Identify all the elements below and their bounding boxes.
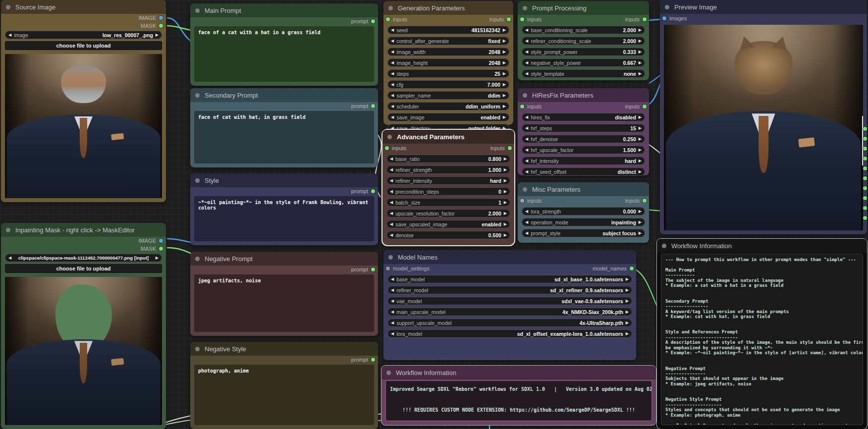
widget-batch_size[interactable]: ◀batch_size1▶ [386, 198, 510, 207]
decrement-arrow-icon[interactable]: ◀ [525, 61, 528, 65]
decrement-arrow-icon[interactable]: ◀ [390, 233, 393, 237]
increment-arrow-icon[interactable]: ▶ [503, 94, 506, 98]
decrement-arrow-icon[interactable]: ◀ [525, 115, 528, 119]
widget-image_width[interactable]: ◀image_width2048▶ [387, 48, 509, 56]
widget-image_height[interactable]: ◀image_height2048▶ [387, 58, 509, 67]
widget-main_upscale_model[interactable]: ◀main_upscale_model4x_NMKD-Siax_200k.pth… [387, 308, 632, 316]
increment-arrow-icon[interactable]: ▶ [639, 210, 642, 214]
decrement-arrow-icon[interactable]: ◀ [391, 72, 394, 76]
inputs-input-dot[interactable] [520, 17, 524, 21]
widget-hrf_steps[interactable]: ◀hrf_steps15▶ [522, 124, 645, 132]
prompt-textarea[interactable]: ~*~oil painting~*~ in the style of Frank… [194, 196, 374, 241]
decrement-arrow-icon[interactable]: ◀ [525, 126, 528, 130]
widget-sampler_name[interactable]: ◀sampler_nameddim▶ [387, 91, 509, 100]
inputs-output-dot[interactable] [643, 17, 647, 21]
workflow-info-text[interactable]: Improved Searge SDXL "Reborn" workflows … [385, 380, 652, 421]
next-arrow-icon[interactable]: ▶ [156, 33, 159, 37]
decrement-arrow-icon[interactable]: ◀ [390, 157, 393, 161]
widget-hrf_denoise[interactable]: ◀hrf_denoise0.250▶ [522, 135, 645, 143]
decrement-arrow-icon[interactable]: ◀ [525, 28, 528, 32]
increment-arrow-icon[interactable]: ▶ [504, 222, 507, 226]
increment-arrow-icon[interactable]: ▶ [639, 72, 642, 76]
increment-arrow-icon[interactable]: ▶ [504, 168, 507, 172]
increment-arrow-icon[interactable]: ▶ [639, 159, 642, 163]
increment-arrow-icon[interactable]: ▶ [503, 39, 506, 43]
widget-lora_model[interactable]: ◀lora_modelsd_xl_offset_example-lora_1.0… [387, 329, 632, 338]
widget-control_after_generate[interactable]: ◀control_after_generatefixed▶ [387, 37, 509, 45]
widget-refiner_intensity[interactable]: ◀refiner_intensityhard▶ [386, 176, 510, 185]
widget-style_template[interactable]: ◀style_templatenone▶ [522, 69, 645, 78]
image-file-widget[interactable]: ◀ image low_res_00007_.png ▶ [5, 31, 162, 39]
prompt-textarea[interactable]: face of a cat with a hat in a grass fiel… [194, 26, 374, 82]
node-generation-parameters[interactable]: Generation Parameters inputs inputs ◀see… [383, 1, 513, 125]
node-main-prompt[interactable]: Main Prompt prompt face of a cat with a … [190, 3, 378, 86]
decrement-arrow-icon[interactable]: ◀ [391, 115, 394, 119]
widget-hires_fix[interactable]: ◀hires_fixdisabled▶ [522, 113, 645, 121]
inputs-output-dot[interactable] [507, 17, 511, 21]
decrement-arrow-icon[interactable]: ◀ [525, 210, 528, 214]
collapse-dot-icon[interactable] [387, 135, 392, 139]
increment-arrow-icon[interactable]: ▶ [626, 310, 629, 314]
node-titlebar[interactable]: Source Image [1, 0, 166, 14]
widget-refiner_strength[interactable]: ◀refiner_strength1.000▶ [386, 165, 510, 174]
inputs-output-dot[interactable] [643, 105, 647, 108]
decrement-arrow-icon[interactable]: ◀ [391, 28, 394, 32]
collapse-dot-icon[interactable] [195, 8, 200, 13]
node-source-image[interactable]: Source Image IMAGE MASK ◀ image low_res_… [1, 0, 166, 202]
increment-arrow-icon[interactable]: ▶ [503, 72, 506, 76]
prompt-output-dot[interactable] [371, 189, 375, 193]
prompt-textarea[interactable]: photograph, anime [194, 365, 374, 425]
decrement-arrow-icon[interactable]: ◀ [390, 222, 393, 226]
node-preview-image[interactable]: Preview Image images [660, 0, 867, 234]
increment-arrow-icon[interactable]: ▶ [639, 170, 642, 174]
widget-base_conditioning_scale[interactable]: ◀base_conditioning_scale2.000▶ [522, 26, 645, 34]
widget-style_prompt_power[interactable]: ◀style_prompt_power0.333▶ [522, 48, 645, 56]
prev-arrow-icon[interactable]: ◀ [8, 33, 11, 37]
node-advanced-parameters[interactable]: Advanced Parameters inputs inputs ◀base_… [382, 130, 514, 245]
widget-scheduler[interactable]: ◀schedulerddim_uniform▶ [387, 102, 509, 110]
widget-steps[interactable]: ◀steps25▶ [387, 69, 509, 78]
widget-precondition_steps[interactable]: ◀precondition_steps0▶ [386, 187, 510, 196]
widget-save_image[interactable]: ◀save_imageenabled▶ [387, 113, 509, 121]
increment-arrow-icon[interactable]: ▶ [626, 321, 629, 325]
node-workflow-information-banner[interactable]: Workflow Information Improved Searge SDX… [381, 366, 656, 425]
inputs-input-dot[interactable] [385, 146, 389, 150]
widget-prompt_style[interactable]: ◀prompt_stylesubject focus▶ [522, 229, 645, 237]
decrement-arrow-icon[interactable]: ◀ [391, 321, 394, 325]
increment-arrow-icon[interactable]: ▶ [639, 220, 642, 224]
increment-arrow-icon[interactable]: ▶ [503, 115, 506, 119]
widget-lora_strength[interactable]: ◀lora_strength0.000▶ [522, 207, 645, 215]
widget-vae_model[interactable]: ◀vae_modelsdxl_vae-0.9.safetensors▶ [387, 297, 632, 305]
increment-arrow-icon[interactable]: ▶ [626, 299, 629, 303]
increment-arrow-icon[interactable]: ▶ [639, 50, 642, 54]
decrement-arrow-icon[interactable]: ◀ [390, 190, 393, 194]
model-names-output-dot[interactable] [630, 267, 634, 270]
images-input-dot[interactable] [662, 16, 666, 20]
decrement-arrow-icon[interactable]: ◀ [525, 50, 528, 54]
collapse-dot-icon[interactable] [195, 93, 200, 98]
node-titlebar[interactable]: Inpainting Mask - right click -> MaskEdi… [1, 223, 166, 237]
prompt-textarea[interactable]: jpeg artifacts, noise [194, 274, 374, 332]
increment-arrow-icon[interactable]: ▶ [639, 126, 642, 130]
node-negative-style[interactable]: Negative Style prompt photograph, anime [190, 342, 378, 429]
mask-output-dot[interactable] [159, 24, 163, 28]
widget-denoise[interactable]: ◀denoise0.500▶ [386, 231, 510, 239]
collapse-dot-icon[interactable] [6, 5, 10, 9]
next-arrow-icon[interactable]: ▶ [156, 256, 159, 260]
decrement-arrow-icon[interactable]: ◀ [390, 168, 393, 172]
decrement-arrow-icon[interactable]: ◀ [525, 170, 528, 174]
decrement-arrow-icon[interactable]: ◀ [391, 288, 394, 292]
collapse-dot-icon[interactable] [523, 93, 527, 98]
collapse-dot-icon[interactable] [195, 347, 200, 351]
widget-hrf_seed_offset[interactable]: ◀hrf_seed_offsetdistinct▶ [522, 167, 645, 176]
upload-button[interactable]: choose file to upload [5, 41, 162, 50]
increment-arrow-icon[interactable]: ▶ [639, 115, 642, 119]
decrement-arrow-icon[interactable]: ◀ [525, 159, 528, 163]
node-secondary-prompt[interactable]: Secondary Prompt prompt face of cat with… [190, 88, 378, 167]
inputs-input-dot[interactable] [520, 199, 524, 203]
node-inpainting-mask[interactable]: Inpainting Mask - right click -> MaskEdi… [1, 223, 166, 429]
prev-arrow-icon[interactable]: ◀ [8, 256, 11, 260]
increment-arrow-icon[interactable]: ▶ [504, 233, 507, 237]
inputs-input-dot[interactable] [386, 17, 390, 21]
widget-save_upscaled_image[interactable]: ◀save_upscaled_imageenabled▶ [386, 220, 510, 228]
